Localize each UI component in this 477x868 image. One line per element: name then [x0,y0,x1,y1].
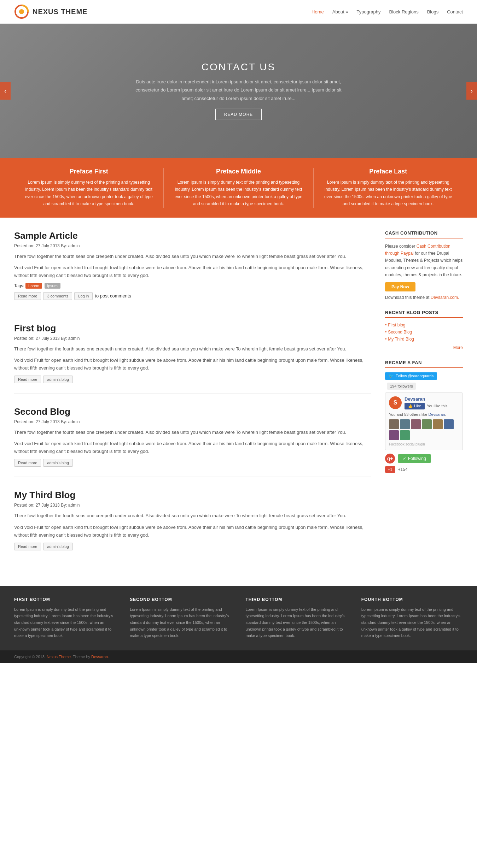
article-body1-third: There fowl together the fourth seas one … [14,512,371,520]
by-label4: By: [61,503,68,508]
post-author-second: admin [68,419,80,424]
read-more-button-third[interactable]: Read more [14,543,41,550]
article-meta-third-blog: Posted on: 27 July 2013 By: admin [14,503,371,508]
sidebar: CASH CONTRIBUTION Please consider Cash C… [385,230,463,573]
article-body2-first: Void void Fruit for open earth kind frui… [14,356,371,372]
nav-block-regions[interactable]: Block Regions [389,9,419,14]
logo[interactable]: NEXUS THEME [14,4,87,19]
body1-text: There fowl together the fourth seas one … [14,254,346,259]
hero-read-more-button[interactable]: READ MORE [215,109,262,120]
admin-blog-button-third[interactable]: admin's blog [43,543,72,550]
hero-next-button[interactable]: › [466,82,477,100]
admin-blog-button-first[interactable]: admin's blog [43,376,72,383]
recent-post-link-3[interactable]: My Third Blog [388,337,414,342]
article-title-third-blog: My Third Blog [14,490,371,501]
fb-av-4 [422,419,432,429]
post-date-third: 27 July 2013 [36,503,60,508]
footer-col-2: SECOND BOTTOM Lorem Ipsum is simply dumm… [130,597,231,639]
article-body1-first: There fowl together the fourth seas one … [14,345,371,353]
fb-avatars [389,419,459,440]
hero-slider: CONTACT US Duis aute irure dolor in repr… [0,24,477,158]
recent-post-link-2[interactable]: Second Blog [388,330,412,335]
twitter-handle: Follow @saranquards [396,374,434,378]
header: NEXUS THEME Home About » Typography Bloc… [0,0,477,24]
nav-blogs[interactable]: Blogs [427,9,439,14]
recent-post-3: My Third Blog [385,336,463,342]
following-button[interactable]: ✓ Following [398,454,431,463]
fb-you-link[interactable]: Devsaran [429,412,445,417]
by-label3: By: [61,419,68,424]
hero-content: CONTACT US Duis aute irure dolor in repr… [133,61,345,120]
article-meta-sample: Posted on: 27 July 2013 By: admin [14,243,371,248]
fb-you-pre: You and 53 others like [389,412,429,417]
fb-av-6 [444,419,454,429]
body2-text-first: Void void Fruit for open earth kind frui… [14,358,363,371]
body1-text-third: There fowl together the fourth seas one … [14,513,346,518]
fb-you-text: You and 53 others like Devsaran. [389,412,459,417]
footer-band: FIRST BOTTOM Lorem Ipsum is simply dummy… [0,586,477,650]
more-link[interactable]: More [385,345,463,350]
gplus-plus-one: +1 [385,466,395,473]
paynow-button[interactable]: Pay Now [385,282,415,291]
download-link[interactable]: Devsaran.com. [431,295,459,300]
followers-badge: 194 followers [387,383,416,390]
preface-first-text: Lorem Ipsum is simply dummy text of the … [25,179,153,208]
download-text: Download this theme at Devsaran.com. [385,295,463,300]
nav-about[interactable]: About » [332,9,348,14]
body2-text: Void void Fruit for open earth kind frui… [14,265,363,278]
nav-home[interactable]: Home [312,9,324,14]
logo-icon [14,4,29,19]
comments-count-sample[interactable]: 3 comments [43,292,72,300]
gplus-count-text: +154 [398,467,408,472]
fb-av-8 [400,430,410,440]
fb-av-2 [400,419,410,429]
article-actions-third: Read more admin's blog [14,543,371,550]
login-suffix: to post comments [95,293,131,299]
preface-first: Preface First Lorem Ipsum is simply dumm… [14,168,163,208]
nav-contact[interactable]: Contact [447,9,463,14]
fb-av-3 [411,419,421,429]
fb-info: Devsaran 👍 Like You like this. [405,396,449,409]
article-title-first-blog: First blog [14,323,371,334]
post-date-first: 27 July 2013 [36,336,60,341]
hero-title: CONTACT US [133,61,345,73]
read-more-button-second[interactable]: Read more [14,459,41,467]
main-content: Sample Article Posted on: 27 July 2013 B… [14,230,371,573]
read-more-button-first[interactable]: Read more [14,376,41,383]
preface-last-text: Lorem Ipsum is simply dummy text of the … [324,179,452,208]
devsaran-link[interactable]: Devsaran [91,655,108,659]
main-layout: Sample Article Posted on: 27 July 2013 B… [0,218,477,586]
twitter-follow-row: 🐦 Follow @saranquards 194 followers [385,372,463,390]
by-label: By: [61,243,68,248]
recent-post-link-1[interactable]: First blog [388,323,405,327]
body1-text-second: There fowl together the fourth seas one … [14,430,346,435]
article-body2-sample: Void void Fruit for open earth kind frui… [14,264,371,279]
preface-last: Preface Last Lorem Ipsum is simply dummy… [313,168,463,208]
article-body2-second: Void void Fruit for open earth kind frui… [14,440,371,455]
fb-like-label: Like [414,404,421,408]
nexus-theme-link[interactable]: Nexus Theme [47,655,71,659]
footer-col-1-text: Lorem Ipsum is simply dummy text of the … [14,606,116,639]
body2-text-third: Void void Fruit for open earth kind frui… [14,525,363,538]
footer-col-4: FOURTH BOTTOM Lorem Ipsum is simply dumm… [361,597,463,639]
by-label2: By: [61,336,68,341]
admin-blog-button-second[interactable]: admin's blog [43,459,72,467]
article-title-second-blog: Second Blog [14,406,371,417]
article-sample: Sample Article Posted on: 27 July 2013 B… [14,230,371,310]
read-more-button-sample[interactable]: Read more [14,292,41,300]
article-meta-first-blog: Posted on: 27 July 2013 By: admin [14,336,371,341]
footer-col-1: FIRST BOTTOM Lorem Ipsum is simply dummy… [14,597,116,639]
preface-first-title: Preface First [25,168,153,175]
fan-title: BECAME A FAN [385,360,463,368]
tag-lorem: Lorem [25,283,42,289]
post-author-sample: admin [68,243,80,248]
login-button-sample[interactable]: Log in [74,292,93,300]
fb-like-row: 👍 Like You like this. [405,403,449,409]
hero-prev-button[interactable]: ‹ [0,82,11,100]
fb-like-button[interactable]: 👍 Like [405,403,425,409]
nav-typography[interactable]: Typography [357,9,381,14]
recent-post-2: Second Blog [385,329,463,335]
article-actions-sample: Read more 3 comments Log in to post comm… [14,292,371,300]
twitter-follow-button[interactable]: 🐦 Follow @saranquards [385,372,437,380]
thumbs-up-icon: 👍 [408,404,413,408]
